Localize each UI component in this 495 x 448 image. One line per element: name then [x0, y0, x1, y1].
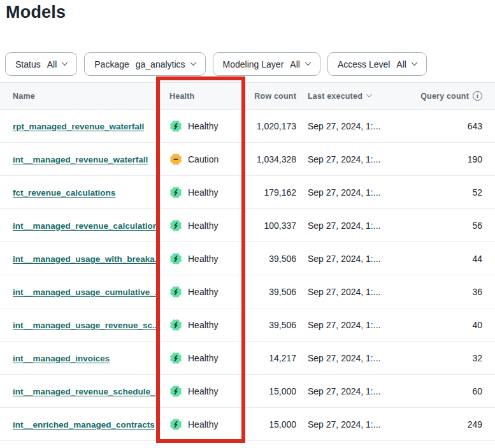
health-label: Healthy	[188, 386, 218, 396]
query-count: 56	[418, 220, 495, 231]
health-label: Healthy	[188, 254, 218, 264]
table-row: int__managed_revenue_calculations Health…	[0, 209, 495, 242]
last-executed: Sep 27, 2024, 1:...	[299, 386, 418, 396]
health-label: Healthy	[188, 287, 218, 297]
health-caution-icon	[169, 153, 182, 166]
last-executed: Sep 27, 2024, 1:...	[299, 287, 418, 297]
row-count: 1,020,173	[245, 121, 299, 131]
row-count: 15,000	[245, 419, 299, 430]
table-row: int__managed_invoices Healthy 14,217 Sep…	[0, 342, 495, 375]
filter-label: Access Level	[338, 59, 390, 69]
health-healthy-icon	[169, 219, 182, 232]
last-executed: Sep 27, 2024, 1:...	[299, 154, 418, 164]
table-row: int__managed_revenue_waterfall Caution 1…	[0, 143, 495, 176]
column-header-name: Name	[0, 92, 157, 101]
page-title: Models	[6, 3, 66, 22]
filter-value: ga_analytics	[136, 59, 185, 69]
filter-label: Modeling Layer	[223, 59, 284, 69]
filter-bar: Status All Package ga_analytics Modeling…	[5, 52, 427, 76]
row-count: 14,217	[245, 353, 299, 363]
last-executed: Sep 27, 2024, 1:...	[299, 254, 418, 264]
health-healthy-icon	[169, 319, 182, 331]
last-executed: Sep 27, 2024, 1:...	[299, 320, 418, 330]
filter-access-level[interactable]: Access Level All	[327, 52, 427, 76]
table-header-row: Name Health Row count Last executed Quer…	[0, 82, 495, 110]
query-count: 36	[418, 287, 495, 297]
table-row: int__managed_usage_with_breaka... Health…	[0, 242, 495, 275]
chevron-down-icon	[305, 59, 311, 66]
chevron-down-icon	[190, 59, 196, 66]
last-executed: Sep 27, 2024, 1:...	[299, 419, 418, 430]
model-link[interactable]: int__enriched_managed_contracts	[13, 420, 155, 430]
query-count: 249	[418, 419, 495, 430]
column-header-query-count-label: Query count	[420, 92, 469, 101]
last-executed: Sep 27, 2024, 1:...	[299, 187, 418, 198]
column-header-last-executed-label: Last executed	[308, 92, 362, 101]
model-link[interactable]: int__managed_usage_with_breaka...	[13, 254, 157, 264]
table-row: int__managed_revenue_schedule_... Health…	[0, 375, 495, 408]
health-healthy-icon	[169, 285, 182, 298]
health-label: Caution	[188, 154, 219, 164]
query-count: 190	[418, 154, 495, 164]
model-link[interactable]: int__managed_revenue_schedule_...	[13, 387, 157, 396]
health-healthy-icon	[169, 418, 182, 431]
column-header-row-count: Row count	[245, 92, 299, 101]
model-link[interactable]: int__managed_usage_revenue_sc...	[13, 321, 157, 330]
sort-chevron-down-icon[interactable]	[366, 91, 373, 98]
last-executed: Sep 27, 2024, 1:...	[299, 121, 418, 131]
models-table: Name Health Row count Last executed Quer…	[0, 82, 495, 441]
health-healthy-icon	[169, 352, 182, 365]
table-body: rpt_managed_revenue_waterfall Healthy 1,…	[0, 110, 495, 441]
filter-modeling-layer[interactable]: Modeling Layer All	[213, 52, 320, 76]
model-link[interactable]: int__managed_revenue_waterfall	[13, 155, 148, 164]
health-label: Healthy	[188, 320, 218, 330]
filter-label: Package	[94, 59, 129, 69]
row-count: 39,506	[245, 320, 299, 330]
chevron-down-icon	[62, 59, 68, 66]
model-link[interactable]: rpt_managed_revenue_waterfall	[13, 122, 144, 131]
last-executed: Sep 27, 2024, 1:...	[299, 220, 418, 231]
column-header-health: Health	[157, 92, 245, 101]
filter-value: All	[290, 59, 300, 69]
table-row: int__managed_usage_cumulative_... Health…	[0, 275, 495, 308]
query-count: 643	[418, 121, 495, 131]
filter-value: All	[47, 59, 57, 69]
row-count: 39,506	[245, 287, 299, 297]
column-header-last-executed[interactable]: Last executed	[299, 92, 418, 101]
health-label: Healthy	[188, 187, 218, 198]
query-count: 52	[418, 187, 495, 198]
filter-value: All	[396, 59, 406, 69]
filter-label: Status	[15, 59, 41, 69]
row-count: 15,000	[245, 386, 299, 396]
query-count: 32	[418, 353, 495, 363]
health-healthy-icon	[169, 385, 182, 398]
column-header-query-count: Query count i	[418, 91, 495, 101]
row-count: 39,506	[245, 254, 299, 264]
health-healthy-icon	[169, 186, 182, 199]
health-label: Healthy	[188, 419, 218, 430]
row-count: 1,034,328	[245, 154, 299, 164]
query-count: 60	[418, 386, 495, 396]
table-row: int__managed_usage_revenue_sc... Healthy…	[0, 308, 495, 342]
row-count: 100,337	[245, 220, 299, 231]
table-row: fct_revenue_calculations Healthy 179,162…	[0, 176, 495, 209]
health-label: Healthy	[188, 121, 218, 131]
filter-status[interactable]: Status All	[5, 52, 77, 76]
health-label: Healthy	[188, 353, 218, 363]
model-link[interactable]: int__managed_invoices	[13, 354, 110, 363]
filter-package[interactable]: Package ga_analytics	[84, 52, 205, 76]
health-healthy-icon	[169, 120, 182, 133]
query-count: 40	[418, 320, 495, 330]
model-link[interactable]: int__managed_usage_cumulative_...	[13, 287, 157, 297]
model-link[interactable]: int__managed_revenue_calculations	[13, 221, 157, 231]
health-healthy-icon	[169, 252, 182, 265]
query-count: 44	[418, 254, 495, 264]
chevron-down-icon	[411, 59, 417, 66]
model-link[interactable]: fct_revenue_calculations	[13, 188, 115, 198]
row-count: 179,162	[245, 187, 299, 198]
table-row: rpt_managed_revenue_waterfall Healthy 1,…	[0, 110, 495, 143]
health-label: Healthy	[188, 220, 218, 231]
table-row: int__enriched_managed_contracts Healthy …	[0, 408, 495, 441]
last-executed: Sep 27, 2024, 1:...	[299, 353, 418, 363]
info-icon[interactable]: i	[473, 91, 482, 101]
